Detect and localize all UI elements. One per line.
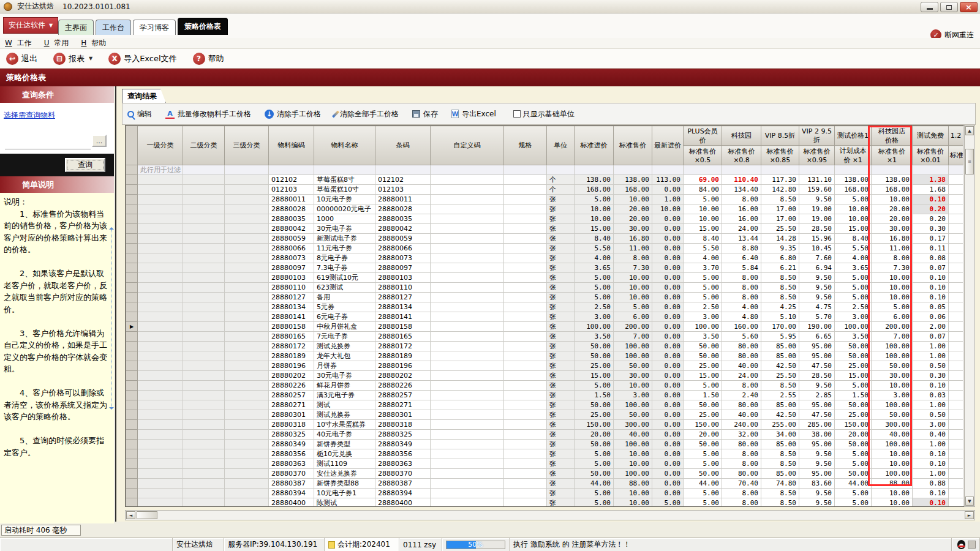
scroll-up-icon[interactable]: ▲ (965, 126, 974, 135)
grid-cell[interactable]: 25.00 (684, 410, 722, 420)
grid-cell[interactable]: 50.00 (835, 342, 872, 351)
tab-2[interactable]: 学习博客 (133, 20, 176, 35)
grid-cell[interactable]: 6.65 (799, 332, 835, 342)
grid-cell[interactable]: 1.00 (913, 351, 949, 361)
grid-cell[interactable] (431, 283, 504, 293)
grid-cell[interactable]: 张 (547, 332, 575, 342)
grid-cell[interactable]: 10.00 (614, 283, 652, 293)
grid-cell[interactable]: 8.50 (761, 195, 799, 204)
grid-cell[interactable]: 28880387 (269, 479, 314, 489)
filter-cell[interactable] (225, 165, 269, 175)
grid-cell[interactable]: 20.00 (835, 430, 872, 440)
grid-cell[interactable]: 10.00 (614, 195, 652, 204)
grid-cell[interactable]: 10.00 (684, 204, 722, 214)
grid-cell[interactable]: 28880158 (375, 322, 431, 332)
grid-cell[interactable]: 5.00 (652, 498, 684, 508)
grid-cell[interactable]: 150.00 (835, 420, 872, 430)
grid-cell[interactable]: 28880356 (269, 449, 314, 459)
grid-cell[interactable]: 9.50 (799, 459, 835, 469)
menu-item-W[interactable]: W 工作 (5, 38, 32, 48)
grid-cell[interactable] (138, 322, 183, 332)
grid-cell[interactable]: 张 (547, 244, 575, 253)
table-row[interactable]: 012102草莓蛋糕8寸012102个138.00138.00113.0069.… (126, 175, 963, 185)
grid-cell[interactable]: 9.50 (799, 449, 835, 459)
grid-cell[interactable] (183, 214, 225, 224)
grid-cell[interactable] (431, 410, 504, 420)
grid-cell[interactable] (183, 273, 225, 283)
minimize-button[interactable] (921, 2, 938, 12)
grid-cell[interactable]: 8.50 (761, 449, 799, 459)
grid-cell[interactable]: 0.00 (652, 459, 684, 469)
grid-cell[interactable]: 2.85 (799, 391, 835, 400)
price-formula-header-1[interactable]: 标准售价 ×0.8 (722, 146, 761, 165)
grid-cell[interactable]: 255.00 (761, 420, 799, 430)
grid-cell[interactable] (504, 361, 547, 371)
grid-cell[interactable]: 88.00 (872, 479, 913, 489)
grid-cell[interactable] (138, 430, 183, 440)
grid-cell[interactable]: 陈测试 (314, 498, 375, 508)
filter-cell[interactable] (183, 165, 225, 175)
grid-cell[interactable]: 24.00 (722, 224, 761, 234)
grid-cell[interactable]: 00000020元电子 (314, 204, 375, 214)
grid-cell[interactable] (949, 469, 963, 479)
price-group-header-2[interactable]: VIP 8.5折 (761, 126, 799, 146)
grid-cell[interactable]: 10.00 (872, 489, 913, 498)
price-group-header-5[interactable]: 科技园店 价格 (872, 126, 913, 146)
grid-cell[interactable] (183, 440, 225, 449)
grid-cell[interactable] (504, 381, 547, 391)
grid-cell[interactable]: 50.00 (684, 469, 722, 479)
grid-cell[interactable]: 0.20 (913, 204, 949, 214)
table-row[interactable]: 2888039410元电子券128880394张5.0010.000.005.0… (126, 489, 963, 498)
grid-cell[interactable] (138, 400, 183, 410)
grid-cell[interactable] (183, 489, 225, 498)
grid-cell[interactable] (183, 185, 225, 195)
grid-cell[interactable]: 7元电子券 (314, 332, 375, 342)
grid-cell[interactable]: 张 (547, 391, 575, 400)
grid-cell[interactable]: 0.00 (652, 185, 684, 195)
grid-cell[interactable] (949, 312, 963, 322)
grid-cell[interactable]: 5.00 (684, 449, 722, 459)
grid-cell[interactable]: 100.00 (872, 342, 913, 351)
grid-cell[interactable]: 0.00 (652, 400, 684, 410)
grid-cell[interactable]: 2.00 (913, 322, 949, 332)
grid-cell[interactable] (138, 185, 183, 195)
grid-cell[interactable]: 0.50 (913, 410, 949, 420)
grid-cell[interactable] (949, 302, 963, 312)
grid-cell[interactable] (504, 469, 547, 479)
grid-cell[interactable]: 10.00 (872, 283, 913, 293)
browse-button[interactable]: … (92, 135, 107, 147)
grid-cell[interactable] (138, 175, 183, 185)
grid-cell[interactable]: 8元电子券 (314, 253, 375, 263)
grid-cell[interactable]: 28880363 (375, 459, 431, 469)
grid-cell[interactable]: 测试兑换券 (314, 410, 375, 420)
grid-cell[interactable] (138, 469, 183, 479)
grid-cell[interactable]: 10寸水果蛋糕券 (314, 420, 375, 430)
report-button[interactable]: ⊟报表▼ (53, 53, 92, 65)
grid-cell[interactable]: 28880325 (269, 430, 314, 440)
col-header-7[interactable]: 规格 (504, 126, 547, 165)
grid-cell[interactable]: 5.00 (684, 381, 722, 391)
grid-cell[interactable]: 28880059 (375, 234, 431, 244)
grid-cell[interactable]: 3.65 (835, 263, 872, 273)
grid-cell[interactable] (949, 430, 963, 440)
grid-cell[interactable] (183, 351, 225, 361)
grid-cell[interactable]: 6.40 (722, 253, 761, 263)
grid-cell[interactable] (183, 263, 225, 273)
grid-cell[interactable]: 张 (547, 498, 575, 508)
grid-cell[interactable]: 117.30 (761, 175, 799, 185)
grid-cell[interactable] (949, 420, 963, 430)
grid-cell[interactable]: 3.65 (575, 263, 614, 273)
grid-cell[interactable]: 15.00 (575, 224, 614, 234)
grid-cell[interactable]: 2.55 (761, 391, 799, 400)
grid-cell[interactable] (949, 224, 963, 234)
grid-cell[interactable]: 0.88 (913, 479, 949, 489)
table-row[interactable]: 28880271测试28880271张50.00100.000.0050.008… (126, 400, 963, 410)
grid-cell[interactable]: 2.40 (722, 391, 761, 400)
grid-cell[interactable]: 28880257 (269, 391, 314, 400)
price-formula-header-6[interactable]: 标准售价 ×0.01 (913, 146, 949, 165)
grid-cell[interactable]: 10.00 (684, 214, 722, 224)
grid-cell[interactable]: 3.70 (684, 263, 722, 273)
grid-cell[interactable]: 4.00 (684, 253, 722, 263)
grid-cell[interactable]: 10.00 (614, 293, 652, 302)
grid-cell[interactable]: 200.00 (872, 322, 913, 332)
